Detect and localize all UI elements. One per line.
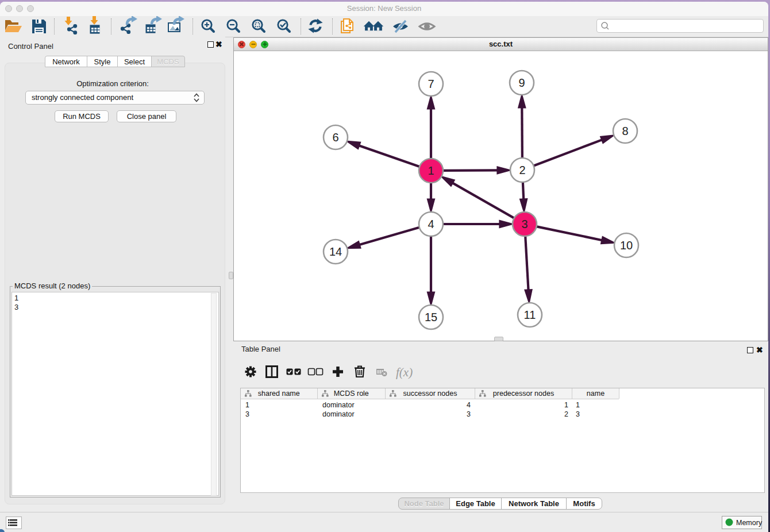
- svg-text:11: 11: [524, 309, 536, 321]
- svg-text:14: 14: [329, 245, 342, 258]
- svg-text:7: 7: [428, 78, 434, 90]
- svg-text:15: 15: [425, 311, 437, 323]
- svg-text:4: 4: [428, 218, 434, 230]
- svg-text:9: 9: [518, 76, 525, 89]
- svg-text:3: 3: [521, 218, 528, 230]
- svg-text:8: 8: [622, 125, 628, 137]
- svg-text:6: 6: [332, 131, 338, 144]
- svg-text:1: 1: [428, 164, 434, 177]
- svg-text:2: 2: [519, 164, 525, 176]
- svg-text:10: 10: [620, 239, 633, 252]
